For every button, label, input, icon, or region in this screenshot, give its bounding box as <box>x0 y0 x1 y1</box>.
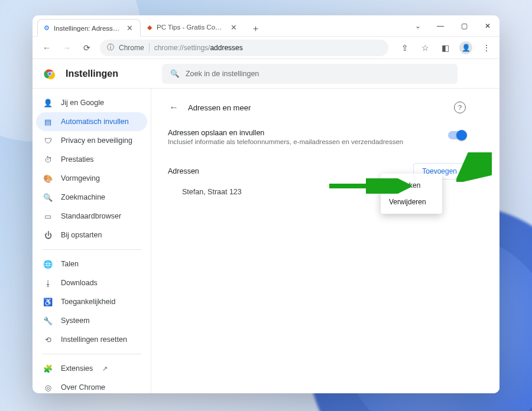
tab-title: Instellingen: Adressen en meer <box>54 25 121 32</box>
annotation-arrow-right <box>456 152 492 182</box>
globe-icon: 🌐 <box>43 260 53 269</box>
tab-pctips[interactable]: ◆ PC Tips - Gratis Computer Tips. ✕ <box>141 18 244 36</box>
tab-title: PC Tips - Gratis Computer Tips. <box>157 24 225 31</box>
separator <box>42 354 141 354</box>
settings-app-title: Instellingen <box>66 68 118 79</box>
settings-header: Instellingen 🔍 Zoek in de instellingen <box>33 59 499 89</box>
toolbar-icons: ⇪ ☆ ◧ 👤 ⋮ <box>394 41 492 54</box>
forward-button[interactable]: → <box>60 41 74 55</box>
chrome-logo-icon <box>43 67 56 80</box>
person-icon: 👤 <box>43 99 53 107</box>
setting-subtitle: Inclusief informatie als telefoonnummers… <box>168 138 448 145</box>
settings-search-input[interactable]: 🔍 Zoek in de instellingen <box>162 64 458 84</box>
minimize-button[interactable]: ― <box>429 15 452 37</box>
tabs-chevron-down-icon[interactable]: ⌄ <box>407 22 429 30</box>
settings-body: 👤 Jij en Google ▤ Automatisch invullen 🛡… <box>33 89 499 393</box>
share-icon[interactable]: ⇪ <box>399 43 411 53</box>
tab-strip: ⚙ Instellingen: Adressen en meer ✕ ◆ PC … <box>33 15 407 36</box>
window-controls: ― ▢ ✕ <box>429 15 499 37</box>
tab-settings-addresses[interactable]: ⚙ Instellingen: Adressen en meer ✕ <box>37 19 141 37</box>
title-bar: ⚙ Instellingen: Adressen en meer ✕ ◆ PC … <box>33 15 499 37</box>
close-icon[interactable]: ✕ <box>229 23 238 32</box>
speedometer-icon: ⏱ <box>43 155 53 164</box>
chrome-outline-icon: ◎ <box>43 383 53 392</box>
site-favicon: ◆ <box>147 23 153 31</box>
sidebar-item-label: Over Chrome <box>61 383 105 392</box>
sidebar-item-label: Instellingen resetten <box>61 335 127 344</box>
annotation-arrow-left <box>328 178 411 194</box>
side-panel-icon[interactable]: ◧ <box>439 43 451 53</box>
section-title: Adressen <box>168 167 199 175</box>
sidebar-item-appearance[interactable]: 🎨 Vormgeving <box>36 169 147 188</box>
help-icon[interactable]: ? <box>454 102 466 113</box>
kebab-menu-icon[interactable]: ⋮ <box>481 43 492 53</box>
back-arrow-button[interactable]: ← <box>168 102 180 113</box>
sidebar-item-reset[interactable]: ⟲ Instellingen resetten <box>36 330 147 349</box>
page-header: ← Adressen en meer ? <box>168 97 466 118</box>
maximize-button[interactable]: ▢ <box>452 15 476 37</box>
search-icon: 🔍 <box>43 193 53 202</box>
sidebar-item-label: Zoekmachine <box>61 193 105 201</box>
sidebar-item-label: Vormgeving <box>61 174 100 182</box>
url-scheme: Chrome <box>119 44 144 52</box>
sidebar-item-you-and-google[interactable]: 👤 Jij en Google <box>36 93 147 112</box>
power-icon: ⏻ <box>43 231 53 240</box>
reset-icon: ⟲ <box>43 335 53 344</box>
sidebar-item-search-engine[interactable]: 🔍 Zoekmachine <box>36 188 147 207</box>
search-icon: 🔍 <box>170 69 180 78</box>
sidebar-item-label: Prestaties <box>61 155 94 164</box>
external-link-icon: ↗ <box>102 365 108 373</box>
new-tab-button[interactable]: ＋ <box>248 21 263 36</box>
menu-item-delete[interactable]: Verwijderen <box>381 194 442 210</box>
sidebar-item-label: Toegankelijkheid <box>61 298 115 306</box>
sidebar-item-autofill[interactable]: ▤ Automatisch invullen <box>36 112 147 131</box>
setting-title: Adressen opslaan en invullen <box>168 129 448 137</box>
site-info-icon[interactable]: ⓘ <box>107 43 114 53</box>
url-text: chrome://settings/addresses <box>154 44 243 52</box>
download-icon: ⭳ <box>43 279 53 288</box>
palette-icon: 🎨 <box>43 174 53 183</box>
sidebar-item-system[interactable]: 🔧 Systeem <box>36 311 147 330</box>
sidebar-item-languages[interactable]: 🌐 Talen <box>36 255 147 273</box>
gear-icon: ⚙ <box>44 24 50 32</box>
main-content: ← Adressen en meer ? Adressen opslaan en… <box>151 89 499 393</box>
search-placeholder: Zoek in de instellingen <box>186 70 259 78</box>
reload-button[interactable]: ⟳ <box>80 41 94 55</box>
sidebar-item-extensions[interactable]: 🧩 Extensies ↗ <box>36 359 147 378</box>
page-title: Adressen en meer <box>188 103 251 112</box>
toolbar: ← → ⟳ ⓘ Chrome chrome://settings/address… <box>33 37 499 59</box>
sidebar-item-label: Privacy en beveiliging <box>61 136 132 145</box>
separator <box>149 43 150 53</box>
sidebar-item-downloads[interactable]: ⭳ Downloads <box>36 273 147 292</box>
close-window-button[interactable]: ✕ <box>476 15 499 37</box>
setting-save-addresses: Adressen opslaan en invullen Inclusief i… <box>168 118 466 149</box>
sidebar-item-label: Talen <box>61 260 79 268</box>
sidebar: 👤 Jij en Google ▤ Automatisch invullen 🛡… <box>33 89 151 393</box>
browser-icon: ▭ <box>43 212 53 221</box>
shield-icon: 🛡 <box>43 136 53 145</box>
sidebar-item-privacy[interactable]: 🛡 Privacy en beveiliging <box>36 131 147 150</box>
sidebar-item-label: Extensies <box>61 364 93 373</box>
toggle-save-addresses[interactable] <box>448 131 466 139</box>
puzzle-icon: 🧩 <box>43 364 53 373</box>
sidebar-item-startup[interactable]: ⏻ Bij opstarten <box>36 226 147 244</box>
address-bar[interactable]: ⓘ Chrome chrome://settings/addresses <box>100 40 388 56</box>
autofill-icon: ▤ <box>43 118 53 126</box>
profile-avatar[interactable]: 👤 <box>459 41 472 54</box>
sidebar-item-label: Bij opstarten <box>61 231 102 239</box>
sidebar-item-accessibility[interactable]: ♿ Toegankelijkheid <box>36 292 147 311</box>
sidebar-item-label: Standaardbrowser <box>61 212 121 220</box>
sidebar-item-about[interactable]: ◎ Over Chrome <box>36 378 147 393</box>
sidebar-item-default-browser[interactable]: ▭ Standaardbrowser <box>36 207 147 226</box>
close-icon[interactable]: ✕ <box>125 24 134 32</box>
svg-line-4 <box>462 155 489 177</box>
wrench-icon: 🔧 <box>43 317 53 325</box>
bookmark-star-icon[interactable]: ☆ <box>419 43 431 53</box>
sidebar-item-label: Automatisch invullen <box>61 118 129 126</box>
chrome-window: ⚙ Instellingen: Adressen en meer ✕ ◆ PC … <box>33 15 499 393</box>
back-button[interactable]: ← <box>40 41 54 55</box>
sidebar-item-label: Jij en Google <box>61 99 104 107</box>
separator <box>42 249 141 250</box>
sidebar-item-label: Systeem <box>61 317 90 325</box>
sidebar-item-performance[interactable]: ⏱ Prestaties <box>36 150 147 169</box>
